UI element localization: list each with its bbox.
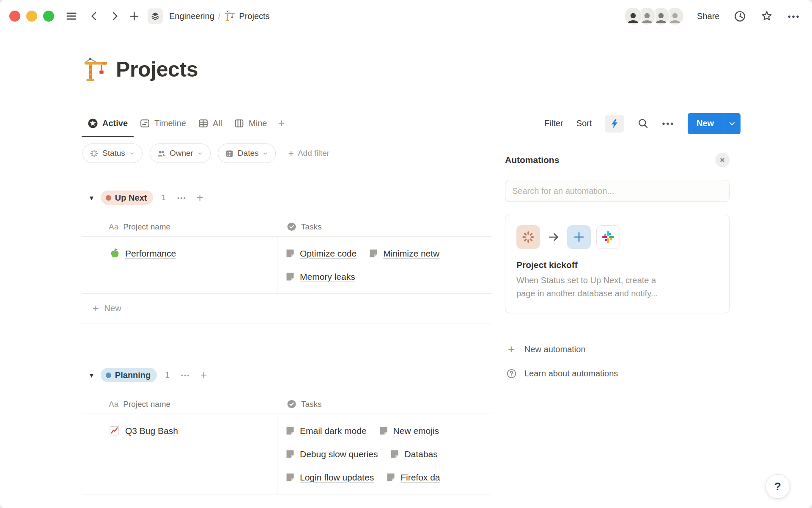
task-link[interactable]: Email dark mode: [285, 426, 367, 436]
tab-timeline[interactable]: Timeline: [134, 110, 192, 137]
chevron-down-icon: [262, 150, 269, 157]
group-collapse-toggle[interactable]: ▼: [88, 372, 95, 379]
group-header-up-next: ▼ Up Next 1 ••• +: [82, 188, 492, 208]
group-collapse-toggle[interactable]: ▼: [88, 194, 95, 202]
task-link[interactable]: Firefox da: [386, 472, 440, 483]
tab-mine[interactable]: Mine: [228, 110, 273, 137]
chevron-left-icon: [89, 11, 100, 22]
table-row: Q3 Bug Bash Email dark mode New emojis: [82, 414, 492, 494]
table-row: Performance Optimize code Minimize netw: [82, 237, 492, 294]
search-icon[interactable]: [637, 118, 649, 129]
task-title: Optimize code: [300, 248, 357, 259]
group-header-planning: ▼ Planning 1 ••• +: [82, 365, 492, 385]
back-button[interactable]: [89, 11, 100, 22]
column-header-project-name[interactable]: Aa Project name: [82, 217, 277, 236]
group-add-button[interactable]: +: [197, 192, 203, 204]
filter-chip-status[interactable]: Status: [82, 144, 143, 163]
learn-about-automations-link[interactable]: Learn about automations: [506, 362, 730, 386]
tasks-cell: Optimize code Minimize netw Memory leaks: [277, 237, 492, 293]
green-apple-icon: [109, 248, 120, 259]
close-window-button[interactable]: [9, 11, 20, 22]
hamburger-icon: [65, 10, 78, 22]
new-tab-button[interactable]: [129, 11, 140, 22]
crane-icon: [224, 11, 235, 22]
favorite-button[interactable]: [760, 10, 773, 22]
breadcrumb-teamspace[interactable]: Engineering: [169, 11, 214, 21]
automation-description: When Status set to Up Next, create a pag…: [516, 274, 718, 300]
add-view-button[interactable]: +: [273, 110, 290, 137]
filter-chip-owner[interactable]: Owner: [150, 144, 211, 163]
sidebar-toggle-button[interactable]: [65, 10, 78, 22]
traffic-lights: [9, 11, 54, 22]
forward-button[interactable]: [109, 11, 120, 22]
task-link[interactable]: Memory leaks: [285, 272, 355, 282]
tab-all[interactable]: All: [192, 110, 228, 137]
breadcrumb-page[interactable]: Projects: [239, 11, 269, 21]
task-title: Email dark mode: [300, 426, 367, 436]
automation-card[interactable]: Project kickoff When Status set to Up Ne…: [505, 214, 730, 313]
close-panel-button[interactable]: [715, 153, 730, 167]
status-spinner-icon: [521, 230, 535, 244]
board-icon: [234, 118, 244, 129]
database-content: Status Owner Dates + Add filter ▼: [82, 137, 492, 508]
filter-chip-dates[interactable]: Dates: [218, 144, 276, 163]
column-header-tasks[interactable]: Tasks: [277, 217, 492, 236]
topbar-more-button[interactable]: •••: [787, 12, 800, 21]
chart-increasing-icon: [109, 425, 120, 436]
crane-page-icon[interactable]: [83, 57, 108, 82]
task-link[interactable]: Optimize code: [285, 248, 357, 259]
project-link[interactable]: Performance: [125, 248, 176, 259]
status-trigger-badge: [516, 225, 540, 249]
view-more-button[interactable]: •••: [662, 119, 675, 128]
app-window: Engineering / Projects Share ••• Project…: [0, 0, 812, 508]
tab-label: All: [213, 119, 222, 128]
column-label: Tasks: [301, 400, 322, 409]
chevron-right-icon: [109, 11, 120, 22]
panel-title: Automations: [505, 155, 559, 165]
group-add-button[interactable]: +: [200, 370, 207, 381]
add-filter-button[interactable]: + Add filter: [288, 149, 329, 158]
minimize-window-button[interactable]: [26, 11, 37, 22]
calendar-icon: [225, 149, 234, 158]
new-dropdown-button[interactable]: [723, 113, 741, 134]
automations-button[interactable]: [605, 115, 624, 133]
zoom-window-button[interactable]: [43, 11, 54, 22]
help-button[interactable]: ?: [765, 474, 790, 499]
task-link[interactable]: Minimize netw: [368, 248, 439, 259]
column-header-tasks[interactable]: Tasks: [277, 395, 492, 414]
filter-button[interactable]: Filter: [544, 119, 563, 128]
page-icon: [285, 272, 295, 282]
new-automation-button[interactable]: + New automation: [506, 337, 730, 362]
page-icon: [379, 426, 389, 436]
task-link[interactable]: Login flow updates: [285, 472, 374, 483]
automation-search-input[interactable]: [505, 186, 729, 196]
updates-button[interactable]: [734, 10, 746, 22]
status-pill-planning[interactable]: Planning: [101, 368, 157, 382]
task-link[interactable]: Debug slow queries: [285, 449, 378, 459]
learn-label: Learn about automations: [524, 369, 618, 378]
new-row-button[interactable]: + New: [82, 294, 492, 323]
chip-label: Owner: [170, 149, 193, 158]
toolbar-actions: Filter Sort ••• New: [544, 113, 741, 134]
task-title: Databas: [404, 449, 437, 459]
task-link[interactable]: New emojis: [379, 426, 439, 436]
page-icon: [285, 472, 295, 483]
status-pill-up-next[interactable]: Up Next: [101, 190, 154, 205]
plus-icon: +: [506, 344, 517, 355]
avatar[interactable]: [624, 7, 642, 25]
tab-active[interactable]: Active: [82, 110, 134, 137]
chip-label: Status: [102, 149, 125, 158]
project-name-cell: Q3 Bug Bash: [82, 414, 277, 494]
new-button[interactable]: New: [688, 113, 723, 134]
task-link[interactable]: Databas: [390, 449, 437, 459]
group-more-button[interactable]: •••: [181, 372, 190, 378]
project-link[interactable]: Q3 Bug Bash: [125, 426, 178, 436]
sort-button[interactable]: Sort: [576, 119, 592, 128]
page-icon: [368, 248, 379, 259]
teamspace-switcher-button[interactable]: [148, 8, 163, 24]
tasks-cell: Email dark mode New emojis Debug slow qu…: [277, 414, 492, 494]
breadcrumb: Engineering / Projects: [169, 11, 270, 22]
group-more-button[interactable]: •••: [177, 195, 187, 201]
column-header-project-name[interactable]: Aa Project name: [82, 395, 277, 414]
share-button[interactable]: Share: [697, 11, 719, 21]
